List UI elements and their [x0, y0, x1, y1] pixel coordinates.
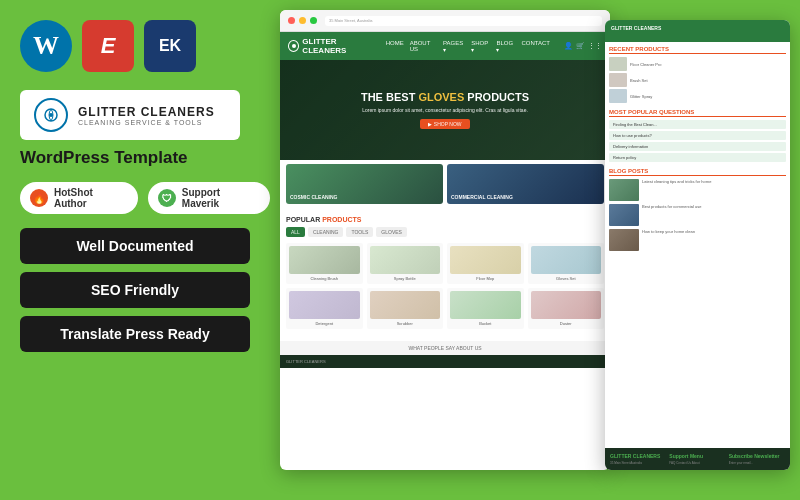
faq-item-3[interactable]: Delivery information: [609, 142, 786, 151]
blog-widget: BLOG POSTS Latest cleaning tips and tric…: [609, 168, 786, 251]
product-card-2[interactable]: Spray Bottle: [367, 243, 444, 284]
product-card-5[interactable]: Detergent: [286, 288, 363, 329]
footer-col-1-text: 35 Main Street Australia: [610, 461, 666, 465]
nav-home[interactable]: HOME: [386, 40, 404, 53]
products-title: POPULAR PRODUCTS: [286, 216, 604, 223]
product-card-8[interactable]: Duster: [528, 288, 605, 329]
nav-blog[interactable]: BLOG ▾: [496, 40, 515, 53]
footer-col-2: Support Menu FAQ Contact Us About: [669, 453, 725, 465]
footer-col-3-title: Subscribe Newsletter: [729, 453, 785, 459]
blog-img-2: [609, 204, 639, 226]
support-badge: 🛡 Support Maverik: [148, 182, 270, 214]
footer-cols: GLITTER CLEANERS 35 Main Street Australi…: [610, 453, 785, 465]
browser-main: 35 Main Street, Australia GLITTER CLEANE…: [280, 10, 610, 470]
filter-gloves[interactable]: GLOVES: [376, 227, 407, 237]
product-img-2: [370, 246, 441, 274]
nav-pages[interactable]: PAGES ▾: [443, 40, 465, 53]
nav-contact[interactable]: CONTACT: [521, 40, 550, 53]
recent-img-3: [609, 89, 627, 103]
blog-post-2[interactable]: Best products for commercial use: [609, 204, 786, 226]
nav-links: HOME ABOUT US PAGES ▾ SHOP ▾ BLOG ▾ CONT…: [386, 40, 550, 53]
product-name-7: Bucket: [450, 321, 521, 326]
recent-item-2: Brush Set: [609, 73, 786, 87]
feature-btn-documented[interactable]: Well Documented: [20, 228, 250, 264]
filter-all[interactable]: ALL: [286, 227, 305, 237]
blog-text-3: How to keep your home clean: [642, 229, 695, 251]
faq-item-4[interactable]: Return policy: [609, 153, 786, 162]
user-icon: 👤: [564, 42, 573, 50]
blog-title: BLOG POSTS: [609, 168, 786, 176]
footer-col-2-text: FAQ Contact Us About: [669, 461, 725, 465]
recent-img-1: [609, 57, 627, 71]
footer-col-3-text: Enter your email...: [729, 461, 785, 465]
testimonials-label: WHAT PEOPLE SAY ABOUT US: [408, 345, 481, 351]
product-img-7: [450, 291, 521, 319]
faq-text-4: Return policy: [613, 155, 782, 160]
nav-shop[interactable]: SHOP ▾: [471, 40, 490, 53]
hero-title: THE BEST GLOVES PRODUCTS: [361, 91, 529, 103]
recent-products-title: RECENT PRODUCTS: [609, 46, 786, 54]
product-card-7[interactable]: Bucket: [447, 288, 524, 329]
blog-text-2: Best products for commercial use: [642, 204, 701, 226]
support-icon: 🛡: [158, 189, 176, 207]
browser-secondary: GLITTER CLEANERS RECENT PRODUCTS Floor C…: [605, 20, 790, 470]
hotshot-badge: 🔥 HotShot Author: [20, 182, 138, 214]
blog-post-3[interactable]: How to keep your home clean: [609, 229, 786, 251]
faq-text-1: Finding the Best Clean...: [613, 122, 782, 127]
hero-highlight: GLOVES: [418, 91, 464, 103]
filter-cleaning[interactable]: CLEANING: [308, 227, 344, 237]
product-card-4[interactable]: Gloves Set: [528, 243, 605, 284]
footer-col-3: Subscribe Newsletter Enter your email...: [729, 453, 785, 465]
cosmic-category[interactable]: COSMIC CLEANING: [286, 164, 443, 204]
product-name-5: Detergent: [289, 321, 360, 326]
product-name-8: Duster: [531, 321, 602, 326]
left-panel: W E EK GLITTER CLEANERS CLEANING SERVICE…: [0, 0, 290, 500]
commercial-label: COMMERCIAL CLEANING: [451, 194, 513, 200]
footer-col-1-title: GLITTER CLEANERS: [610, 453, 666, 459]
sidebar-content: RECENT PRODUCTS Floor Cleaner Pro Brush …: [605, 42, 790, 261]
feature-btn-translate[interactable]: Translate Press Ready: [20, 316, 250, 352]
secondary-header: GLITTER CLEANERS: [605, 20, 790, 42]
maximize-dot: [310, 17, 317, 24]
nav-logo-icon: [288, 40, 299, 52]
recent-products-list: Floor Cleaner Pro Brush Set Glitter Spra…: [609, 57, 786, 103]
template-label: WordPress Template: [20, 148, 270, 168]
product-img-4: [531, 246, 602, 274]
product-img-3: [450, 246, 521, 274]
main-footer: GLITTER CLEANERS: [280, 355, 610, 368]
recent-text-2: Brush Set: [630, 78, 648, 83]
faq-item-2[interactable]: How to use products?: [609, 131, 786, 140]
products-section: POPULAR PRODUCTS ALL CLEANING TOOLS GLOV…: [280, 210, 610, 341]
recent-products-widget: RECENT PRODUCTS Floor Cleaner Pro Brush …: [609, 46, 786, 103]
faq-item-1[interactable]: Finding the Best Clean...: [609, 120, 786, 129]
footer-logo: GLITTER CLEANERS: [286, 359, 326, 364]
blog-img-3: [609, 229, 639, 251]
faq-title: MOST POPULAR QUESTIONS: [609, 109, 786, 117]
url-text: 35 Main Street, Australia: [329, 18, 373, 23]
nav-about[interactable]: ABOUT US: [410, 40, 437, 53]
nav-logo: GLITTER CLEANERS: [288, 37, 378, 55]
product-name-6: Scrubber: [370, 321, 441, 326]
right-panel: 35 Main Street, Australia GLITTER CLEANE…: [270, 0, 800, 500]
secondary-logo: GLITTER CLEANERS: [611, 25, 661, 31]
faq-text-3: Delivery information: [613, 144, 782, 149]
blog-post-1[interactable]: Latest cleaning tips and tricks for home: [609, 179, 786, 201]
product-filters: ALL CLEANING TOOLS GLOVES: [286, 227, 604, 237]
product-card-6[interactable]: Scrubber: [367, 288, 444, 329]
product-card-1[interactable]: Cleaning Brush: [286, 243, 363, 284]
main-nav: GLITTER CLEANERS HOME ABOUT US PAGES ▾ S…: [280, 32, 610, 60]
feature-btn-seo[interactable]: SEO Friendly: [20, 272, 250, 308]
recent-item-1: Floor Cleaner Pro: [609, 57, 786, 71]
commercial-category[interactable]: COMMERCIAL CLEANING: [447, 164, 604, 204]
recent-text-1: Floor Cleaner Pro: [630, 62, 662, 67]
filter-tools[interactable]: TOOLS: [346, 227, 373, 237]
product-card-3[interactable]: Floor Mop: [447, 243, 524, 284]
hero-btn[interactable]: ▶ SHOP NOW: [420, 119, 469, 129]
browser-bar: 35 Main Street, Australia: [280, 10, 610, 32]
wordpress-icon: W: [20, 20, 72, 72]
product-name-2: Spray Bottle: [370, 276, 441, 281]
url-bar: 35 Main Street, Australia: [325, 16, 602, 26]
blog-img-1: [609, 179, 639, 201]
badges-row: 🔥 HotShot Author 🛡 Support Maverik: [20, 182, 270, 214]
support-label: Support Maverik: [182, 187, 260, 209]
